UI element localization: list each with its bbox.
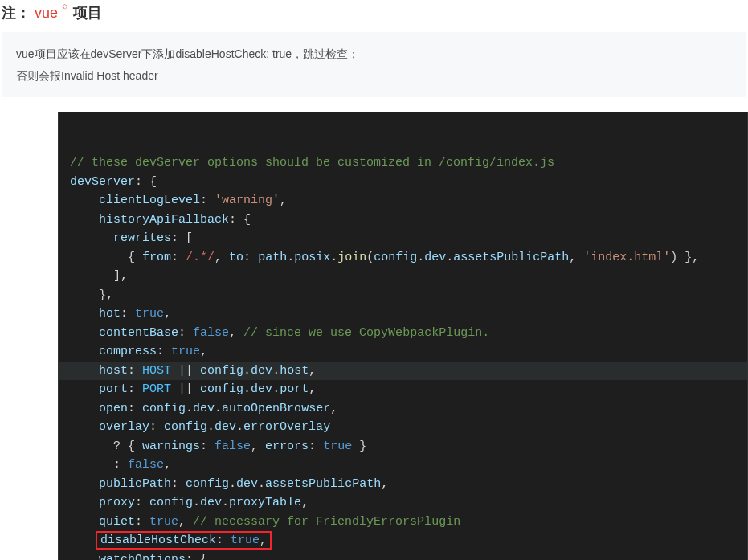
note-block: vue项目应该在devServer下添加disableHostCheck: tr…	[2, 32, 746, 97]
header-line: 注： vue⌕ 项目	[0, 0, 748, 32]
code-line: // these devServer options should be cus…	[70, 153, 741, 173]
note-line-1: vue项目应该在devServer下添加disableHostCheck: tr…	[16, 43, 732, 65]
code-block: // these devServer options should be cus…	[58, 112, 748, 560]
code-line: quiet: true, // necessary for FriendlyEr…	[70, 513, 741, 532]
code-line: overlay: config.dev.errorOverlay	[70, 418, 741, 437]
code-line: compress: true,	[70, 342, 741, 362]
note-line-2: 否则会报Invalid Host header	[16, 65, 732, 87]
header-label: 注：	[2, 5, 31, 21]
code-line: publicPath: config.dev.assetsPublicPath,	[70, 475, 741, 494]
code-line: watchOptions: {	[70, 550, 741, 560]
header-suffix: 项目	[73, 5, 102, 21]
search-icon: ⌕	[62, 0, 67, 11]
code-line: open: config.dev.autoOpenBrowser,	[70, 399, 741, 419]
highlight-redbox: disableHostCheck: true,	[96, 531, 272, 550]
code-line: host: HOST || config.dev.host,	[59, 362, 747, 381]
code-line: historyApiFallback: {	[70, 211, 741, 230]
code-line: rewrites: [	[70, 229, 741, 248]
code-line: { from: /.*/, to: path.posix.join(config…	[70, 248, 741, 268]
code-line: devServer: {	[70, 173, 741, 192]
code-line: hot: true,	[70, 305, 741, 324]
code-line: contentBase: false, // since we use Copy…	[70, 324, 741, 343]
code-line: ],	[70, 267, 741, 286]
code-line: : false,	[70, 456, 741, 475]
header-vue-keyword: vue⌕	[35, 5, 58, 21]
code-line: port: PORT || config.dev.port,	[70, 380, 741, 399]
code-line: proxy: config.dev.proxyTable,	[70, 493, 741, 513]
code-line: disableHostCheck: true,	[70, 531, 741, 550]
code-line: clientLogLevel: 'warning',	[70, 191, 741, 211]
code-line: ? { warnings: false, errors: true }	[70, 437, 741, 456]
code-line: },	[70, 286, 741, 305]
